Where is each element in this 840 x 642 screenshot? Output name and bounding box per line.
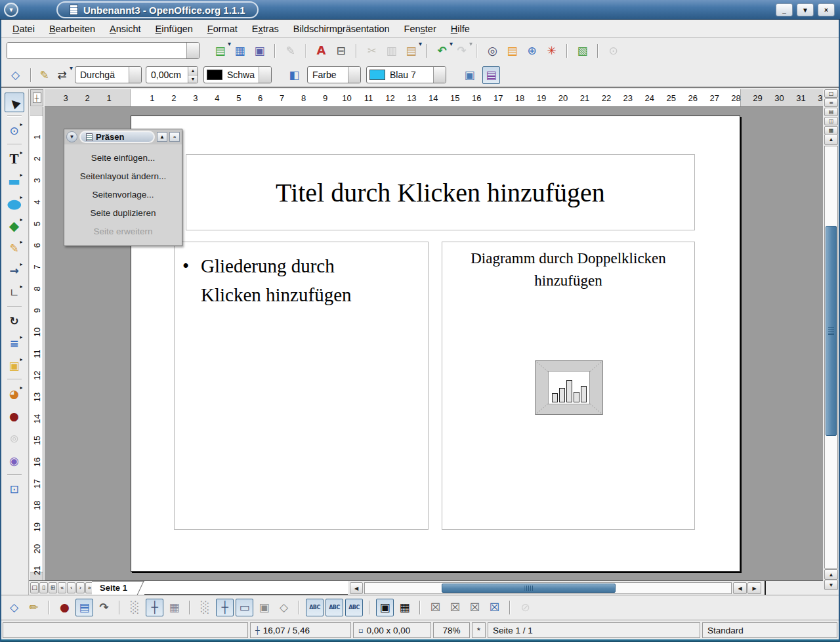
- cut-button[interactable]: ✂: [363, 42, 381, 60]
- print-button[interactable]: ⊟: [332, 42, 350, 60]
- redo-button[interactable]: ↷: [453, 42, 471, 60]
- presentation-tool[interactable]: ⊡: [5, 479, 24, 499]
- save-document-button[interactable]: ▣: [251, 42, 268, 60]
- previous-page-button[interactable]: ‹: [67, 582, 75, 593]
- first-page-button[interactable]: «: [58, 582, 66, 593]
- rotate-tool[interactable]: ↻: [5, 311, 24, 331]
- line-color-combo[interactable]: Schwa: [203, 66, 272, 83]
- menu-einfuegen[interactable]: Einfügen: [148, 21, 200, 37]
- edit-points-button[interactable]: ◇: [7, 66, 24, 84]
- status-position[interactable]: ┼ 16,07 / 5,46: [250, 622, 351, 638]
- title-bar[interactable]: ▼ Unbenannt3 - OpenOffice.org 1.1.1 _ ▼ …: [0, 0, 840, 20]
- palette-shade-button[interactable]: ▲: [157, 132, 167, 142]
- horizontal-ruler[interactable]: 321 123456789101112131415161718192021222…: [45, 89, 823, 107]
- layer-mode-button[interactable]: ⊞: [49, 582, 57, 593]
- vertical-scroll-thumb[interactable]: [826, 226, 837, 436]
- zoom-tool[interactable]: ⊙: [5, 121, 24, 140]
- spinner-buttons[interactable]: ▲▼: [188, 67, 198, 83]
- outline-placeholder[interactable]: •Gliederung durch Klicken hinzufügen: [174, 242, 429, 530]
- rotate-after-click-button[interactable]: ↷: [95, 599, 113, 616]
- line-width-spinner[interactable]: 0,00cm ▲▼: [146, 66, 198, 83]
- fill-color-combo[interactable]: Blau 7: [366, 66, 446, 83]
- fill-type-dropdown-button[interactable]: [348, 67, 360, 83]
- connector-tool[interactable]: ∟: [5, 283, 24, 303]
- page-mode-button[interactable]: □: [30, 582, 39, 593]
- menu-ansicht[interactable]: Ansicht: [102, 21, 148, 37]
- menu-fenster[interactable]: Fenster: [397, 21, 444, 37]
- palette-title-bar[interactable]: ▼ Präsen ▲ ×: [64, 129, 182, 144]
- open-document-button[interactable]: ▦: [231, 42, 249, 60]
- status-style[interactable]: Standard: [702, 622, 837, 638]
- status-page[interactable]: Seite 1 / 1: [488, 622, 700, 638]
- line-dialog-button[interactable]: ✎: [35, 66, 53, 84]
- gallery-button[interactable]: ▧: [574, 42, 591, 60]
- palette-close-button[interactable]: ×: [169, 132, 180, 142]
- url-dropdown-button[interactable]: [186, 43, 199, 58]
- curve-tool[interactable]: ✎: [5, 238, 24, 258]
- ruler-origin-box[interactable]: ┼: [30, 89, 43, 106]
- snap-to-grid-button[interactable]: ░: [196, 599, 214, 616]
- snap-to-snap-lines-button[interactable]: ┼: [216, 599, 234, 616]
- hyperlink-button[interactable]: ⊕: [523, 42, 541, 60]
- exit-all-groups-button[interactable]: ⊘: [516, 599, 534, 616]
- export-pdf-button[interactable]: A: [312, 42, 330, 60]
- lines-arrows-tool[interactable]: →: [5, 261, 24, 280]
- insert-tool[interactable]: ◕: [5, 384, 24, 404]
- url-combo[interactable]: [7, 42, 200, 59]
- notes-view-button[interactable]: ◫: [824, 117, 838, 125]
- show-grid-button[interactable]: ░: [126, 599, 144, 616]
- zoom-button[interactable]: ✳: [543, 42, 560, 60]
- show-snap-lines-button[interactable]: ┼: [146, 599, 163, 616]
- navigator-button[interactable]: ◎: [484, 42, 501, 60]
- objects3d-tool[interactable]: ◆: [5, 216, 24, 236]
- scroll-left-button-2[interactable]: ◀: [733, 582, 747, 594]
- fill-type-combo[interactable]: Farbe: [307, 66, 361, 83]
- ellipse-tool[interactable]: ●: [5, 194, 24, 213]
- line-style-combo[interactable]: Durchgä: [75, 66, 142, 83]
- master-mode-button[interactable]: ▯: [39, 582, 48, 593]
- paste-button[interactable]: ▤: [402, 42, 420, 60]
- scroll-up-button-2[interactable]: ▲: [824, 569, 838, 580]
- undo-button[interactable]: ↶: [433, 42, 451, 60]
- scroll-down-button[interactable]: ▼: [824, 580, 838, 590]
- fill-dialog-button[interactable]: ◧: [285, 66, 303, 84]
- spin-up-icon[interactable]: ▲: [188, 67, 198, 75]
- picture-placeholders-button[interactable]: ☒: [427, 599, 444, 616]
- line-style-dropdown-button[interactable]: [129, 67, 141, 83]
- url-input[interactable]: [7, 43, 186, 58]
- palette-item-seite-einfuegen[interactable]: Seite einfügen...: [64, 148, 182, 167]
- line-contour-button[interactable]: ☒: [486, 599, 503, 616]
- scroll-right-button[interactable]: ▶: [747, 582, 761, 594]
- palette-item-seite-duplizieren[interactable]: Seite duplizieren: [64, 203, 182, 222]
- search-button[interactable]: ⊙: [604, 42, 622, 60]
- drawing-view-button[interactable]: □: [824, 89, 838, 98]
- new-document-button[interactable]: ▤: [211, 42, 229, 60]
- spin-down-icon[interactable]: ▼: [188, 75, 198, 83]
- effects-tool[interactable]: ●: [5, 406, 24, 426]
- page-tab[interactable]: Seite 1: [92, 581, 144, 595]
- minimize-button[interactable]: _: [776, 3, 793, 16]
- slides-view-button[interactable]: ▤: [824, 108, 838, 116]
- status-zoom[interactable]: 78%: [433, 622, 470, 638]
- arrow-ends-button[interactable]: ⇄: [53, 66, 71, 84]
- slide-canvas[interactable]: Titel durch Klicken hinzufügen •Gliederu…: [131, 116, 740, 572]
- rotation-mode-button[interactable]: ✏: [25, 599, 43, 616]
- shadow-button[interactable]: ▣: [461, 66, 478, 84]
- title-placeholder[interactable]: Titel durch Klicken hinzufügen: [186, 154, 695, 230]
- edit-points-mode-button[interactable]: ◇: [5, 599, 23, 616]
- snap-to-page-margins-button[interactable]: ▭: [236, 599, 253, 616]
- maximize-button[interactable]: ▼: [797, 3, 814, 16]
- chart-placeholder[interactable]: Diagramm durch Doppelklicken hinzufügen: [442, 242, 695, 530]
- fill-color-dropdown-button[interactable]: [433, 67, 446, 83]
- quick-edit-button[interactable]: ABC: [306, 599, 324, 616]
- palette-menu-button[interactable]: ▼: [66, 131, 77, 142]
- palette-item-seitenlayout-aendern[interactable]: Seitenlayout ändern...: [64, 167, 182, 185]
- edit-file-button[interactable]: ✎: [282, 42, 299, 60]
- presentation-styles-button[interactable]: ▤: [482, 66, 500, 84]
- palette-item-seite-erweitern[interactable]: Seite erweitern: [64, 222, 182, 240]
- vertical-scroll-track[interactable]: [824, 146, 838, 568]
- line-color-dropdown-button[interactable]: [259, 67, 271, 83]
- next-page-button[interactable]: ›: [76, 582, 85, 593]
- rectangle-tool[interactable]: ▬: [5, 171, 24, 191]
- horizontal-scroll-thumb[interactable]: [442, 584, 616, 593]
